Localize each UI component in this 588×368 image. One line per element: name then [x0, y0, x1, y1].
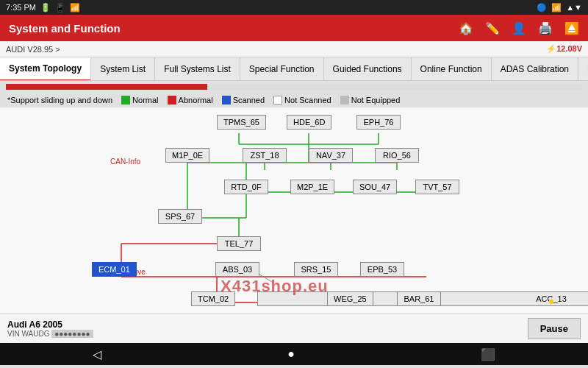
legend-not-scanned: Not Scanned	[273, 96, 331, 105]
voltage: ⚡12.08V	[546, 44, 582, 54]
car-info: Audi A6 2005 VIN WAUDG ●●●●●●●●	[7, 319, 93, 338]
bottom-bar: Audi A6 2005 VIN WAUDG ●●●●●●●● Pause	[0, 314, 588, 343]
tabs-container: System Topology System List Full Systems…	[0, 57, 588, 81]
node-tpms65[interactable]: TPMS_65	[217, 115, 266, 130]
node-weg25[interactable]: WEG_25	[327, 291, 373, 306]
progress-bar	[6, 84, 207, 90]
user-icon[interactable]: 👤	[512, 21, 526, 35]
page-title: System and Function	[9, 22, 121, 35]
exit-icon[interactable]: ⏏️	[564, 21, 579, 35]
abnormal-dot	[168, 96, 176, 105]
signal-icon: 📶	[70, 3, 80, 13]
car-vin: VIN WAUDG ●●●●●●●●	[7, 330, 93, 338]
node-hde6d[interactable]: HDE_6D	[287, 115, 331, 130]
tab-guided-functions[interactable]: Guided Functions	[324, 57, 412, 81]
home-button[interactable]: ●	[287, 347, 295, 361]
topology-diagram: CAN-Info CAN-Drive TPMS_65 HDE_6D EPH_76…	[0, 107, 588, 314]
node-m2p1e[interactable]: M2P_1E	[290, 180, 334, 194]
audi-version[interactable]: AUDI V28.95 >	[6, 45, 60, 54]
scanned-dot	[222, 96, 231, 105]
node-tvt57[interactable]: TVT_57	[415, 180, 459, 194]
pause-button[interactable]: Pause	[528, 318, 581, 339]
tab-system-topology[interactable]: System Topology	[0, 57, 91, 81]
recent-button[interactable]: ⬛	[481, 347, 495, 361]
status-left: 7:35 PM 🔋 📱 📶	[6, 3, 80, 13]
tab-full-systems[interactable]: Full Systems List	[155, 57, 240, 81]
title-bar: System and Function 🏠 ✏️ 👤 🖨️ ⏏️	[0, 15, 588, 41]
print-icon[interactable]: 🖨️	[538, 21, 553, 35]
legend-abnormal: Abnormal	[168, 96, 213, 105]
title-icons: 🏠 ✏️ 👤 🖨️ ⏏️	[459, 21, 579, 35]
tab-special-function[interactable]: Special Function	[240, 57, 324, 81]
home-icon[interactable]: 🏠	[459, 21, 473, 35]
legend-normal: Normal	[121, 96, 158, 105]
node-eph76[interactable]: EPH_76	[356, 115, 401, 130]
time: 7:35 PM	[6, 3, 36, 12]
tab-adas[interactable]: ADAS Calibration	[492, 57, 578, 81]
wifi-icon: 📶	[551, 3, 562, 13]
vin-masked: ●●●●●●●●	[51, 330, 93, 338]
node-tcm02[interactable]: TCM_02	[191, 291, 235, 306]
status-bar: 7:35 PM 🔋 📱 📶 🔵 📶 ▲▼	[0, 0, 588, 15]
topology-svg	[0, 107, 588, 314]
tab-online-function[interactable]: Online Function	[412, 57, 492, 81]
sim-icon: 📱	[55, 3, 65, 13]
status-right: 🔵 📶 ▲▼	[537, 3, 582, 13]
can-info-label: CAN-Info	[110, 158, 140, 166]
node-nav37[interactable]: NAV_37	[309, 148, 353, 163]
bt-icon: 🔵	[537, 3, 547, 13]
normal-dot	[121, 96, 130, 105]
node-ecm01[interactable]: ECM_01	[92, 262, 137, 277]
node-bar61[interactable]: BAR_61	[397, 291, 441, 306]
legend: *Support sliding up and down Normal Abno…	[0, 93, 588, 107]
legend-not-equipped: Not Equipped	[340, 96, 401, 105]
node-abs03[interactable]: ABS_03	[215, 262, 259, 277]
node-sou47[interactable]: SOU_47	[353, 180, 397, 194]
node-sps67[interactable]: SPS_67	[158, 209, 202, 224]
back-button[interactable]: ◁	[93, 347, 101, 361]
support-text: *Support sliding up and down	[7, 96, 112, 105]
vin-label: VIN WAUDG	[7, 330, 49, 338]
not-equipped-dot	[340, 96, 349, 105]
progress-bar-container	[6, 84, 582, 90]
tab-system-list[interactable]: System List	[91, 57, 155, 81]
tab-more[interactable]: N	[578, 57, 588, 81]
not-scanned-dot	[273, 96, 282, 105]
audi-bar: AUDI V28.95 > ⚡12.08V	[0, 41, 588, 57]
node-epb53[interactable]: EPB_53	[360, 262, 404, 277]
node-srs15[interactable]: SRS_15	[294, 262, 338, 277]
node-m1p0e[interactable]: M1P_0E	[165, 148, 209, 163]
android-nav-bar: ◁ ● ⬛	[0, 343, 588, 365]
node-rtd0f[interactable]: RTD_0F	[224, 180, 268, 194]
battery-percent: ▲▼	[566, 3, 582, 12]
edit-icon[interactable]: ✏️	[485, 21, 500, 35]
node-zst18[interactable]: ZST_18	[243, 148, 287, 163]
battery-icon: 🔋	[40, 3, 51, 13]
legend-scanned: Scanned	[222, 96, 265, 105]
node-rio56[interactable]: RIO_56	[375, 148, 419, 163]
node-tel77[interactable]: TEL_77	[217, 236, 261, 251]
car-model: Audi A6 2005	[7, 319, 93, 330]
